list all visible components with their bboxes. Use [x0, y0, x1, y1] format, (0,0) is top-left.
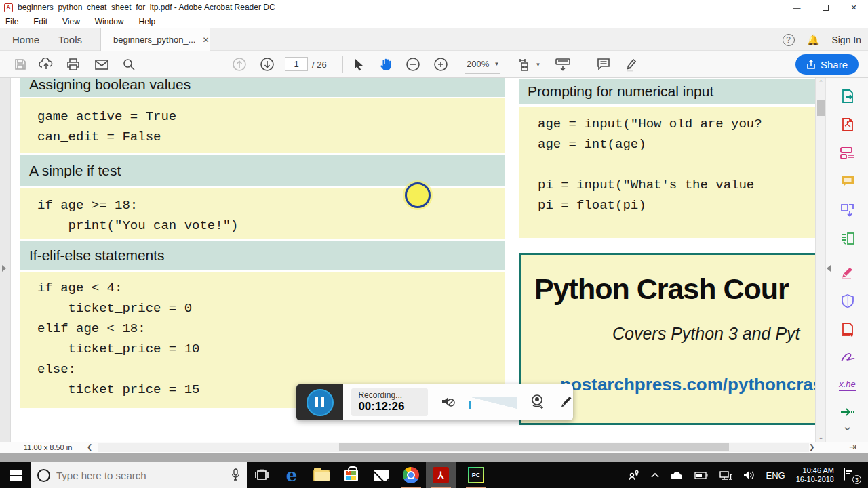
zoom-out-icon[interactable]	[401, 51, 425, 78]
fit-width-icon[interactable]: ▼	[514, 51, 544, 78]
minimize-button[interactable]: —	[783, 0, 811, 15]
store-taskbar-icon[interactable]	[336, 462, 366, 488]
protect-icon[interactable]	[826, 291, 868, 311]
main-toolbar: / 26 200% ▼ ▼	[0, 51, 868, 78]
volume-icon[interactable]	[743, 470, 755, 480]
webcam-icon[interactable]	[528, 392, 546, 413]
select-tool-icon[interactable]	[347, 51, 370, 78]
mute-speaker-icon[interactable]	[440, 393, 458, 412]
cloud-upload-icon[interactable]	[34, 51, 58, 78]
start-button[interactable]	[0, 462, 31, 488]
notification-bell-icon[interactable]: 🔔	[807, 34, 820, 46]
menu-bar: File Edit View Window Help	[0, 15, 868, 28]
cortana-icon	[37, 469, 50, 482]
sign-in-button[interactable]: Sign In	[831, 35, 861, 45]
fill-sign-icon[interactable]	[826, 348, 868, 368]
book-link[interactable]: nostarchpress.com/pythoncrash	[560, 374, 829, 395]
scroll-up-icon[interactable]: ⌃	[816, 79, 826, 86]
microphone-icon[interactable]	[231, 468, 240, 483]
draw-pencil-icon[interactable]	[557, 393, 573, 412]
people-icon[interactable]	[628, 470, 640, 481]
share-button[interactable]: Share	[795, 54, 859, 75]
section-header: Assigning boolean values	[20, 78, 505, 97]
edge-taskbar-icon[interactable]: e	[277, 462, 307, 488]
acrobat-taskbar-icon[interactable]: ⅄	[426, 462, 456, 488]
code-block: if age >= 18: print("You can vote!")	[20, 188, 505, 239]
open-tools-pane-icon[interactable]: ⇥	[849, 442, 856, 452]
recording-status-label: Recording...	[358, 390, 428, 400]
comment-panel-icon[interactable]	[826, 171, 868, 192]
menu-view[interactable]: View	[55, 15, 87, 28]
chrome-taskbar-icon[interactable]	[396, 462, 426, 488]
section-header: If-elif-else statements	[20, 241, 505, 270]
section-header: Prompting for numerical input	[519, 79, 827, 104]
redact-icon[interactable]	[826, 262, 868, 283]
comment-tool-icon[interactable]	[591, 51, 616, 78]
menu-window[interactable]: Window	[87, 15, 132, 28]
presentation-mode-icon[interactable]	[549, 51, 576, 78]
battery-icon[interactable]	[694, 472, 708, 479]
horizontal-scrollbar[interactable]	[98, 443, 809, 452]
mail-taskbar-icon[interactable]	[366, 462, 396, 488]
create-pdf-icon[interactable]	[826, 115, 868, 135]
menu-file[interactable]: File	[0, 15, 26, 28]
more-tools-chevron-icon[interactable]: ⌄	[826, 415, 868, 436]
network-icon[interactable]	[719, 470, 732, 481]
hand-tool-icon[interactable]	[374, 51, 398, 78]
menu-edit[interactable]: Edit	[26, 15, 55, 28]
horizontal-scroll-thumb[interactable]	[339, 443, 729, 451]
pycharm-taskbar-icon[interactable]: PC	[461, 462, 491, 488]
page-number-input[interactable]	[285, 57, 308, 71]
tab-home[interactable]: Home	[0, 28, 52, 51]
scroll-down-icon[interactable]: ⌄	[816, 434, 826, 441]
document-viewport: Assigning boolean values game_active = T…	[0, 78, 868, 442]
export-pdf-icon[interactable]	[826, 86, 868, 106]
windows-logo-icon	[10, 470, 22, 481]
combine-files-icon[interactable]	[826, 200, 868, 220]
action-center-icon[interactable]: 3	[844, 468, 860, 482]
help-icon[interactable]: ?	[783, 34, 795, 46]
search-icon[interactable]	[117, 51, 141, 78]
vertical-scrollbar[interactable]: ⌃ ⌄	[815, 78, 825, 442]
tab-close-icon[interactable]: ✕	[202, 35, 209, 45]
system-tray: ENG 10:46 AM 16-10-2018 3	[623, 462, 868, 488]
adobe-sign-icon[interactable]: x.he	[826, 375, 868, 395]
previous-page-icon[interactable]	[228, 51, 251, 78]
scroll-left-icon[interactable]: ❮	[87, 443, 92, 451]
open-nav-pane-arrow-icon[interactable]	[2, 265, 6, 272]
navigation-pane-strip	[0, 78, 11, 442]
email-icon[interactable]	[90, 51, 114, 78]
zoom-level-dropdown[interactable]: 200% ▼	[465, 55, 500, 74]
tools-sidebar: x.he ⌄	[825, 78, 868, 442]
compress-pdf-icon[interactable]	[826, 319, 868, 340]
volume-slider[interactable]	[469, 396, 517, 409]
tab-tools[interactable]: Tools	[46, 28, 94, 51]
scroll-right-icon[interactable]: ❯	[809, 443, 814, 451]
pause-button[interactable]	[307, 389, 334, 416]
save-icon[interactable]	[8, 51, 33, 78]
recorder-left-section	[296, 384, 343, 420]
search-input[interactable]	[56, 470, 231, 481]
hidden-icons-chevron[interactable]	[651, 472, 659, 478]
tab-document[interactable]: beginners_python_... ✕	[100, 28, 210, 51]
vertical-scroll-thumb[interactable]	[817, 100, 825, 116]
windows-taskbar: e ⅄ PC ENG	[0, 462, 868, 488]
language-indicator[interactable]: ENG	[766, 470, 785, 481]
menu-help[interactable]: Help	[132, 15, 163, 28]
print-icon[interactable]	[61, 51, 85, 78]
close-button[interactable]: ✕	[840, 0, 868, 15]
page-size-label: 11.00 x 8.50 in	[24, 443, 72, 451]
taskbar-clock[interactable]: 10:46 AM 16-10-2018	[796, 466, 834, 484]
edit-pdf-icon[interactable]	[826, 143, 868, 163]
file-explorer-taskbar-icon[interactable]	[307, 462, 336, 488]
cursor-highlight-circle	[405, 182, 431, 208]
next-page-icon[interactable]	[256, 51, 279, 78]
restore-button[interactable]	[811, 0, 840, 15]
collapse-tools-pane-arrow-icon[interactable]	[827, 265, 831, 272]
task-view-button[interactable]	[247, 462, 277, 488]
highlighter-tool-icon[interactable]	[618, 51, 643, 78]
onedrive-icon[interactable]	[670, 471, 684, 480]
organize-pages-icon[interactable]	[826, 228, 868, 249]
taskbar-search[interactable]	[31, 462, 247, 488]
zoom-in-icon[interactable]	[429, 51, 452, 78]
